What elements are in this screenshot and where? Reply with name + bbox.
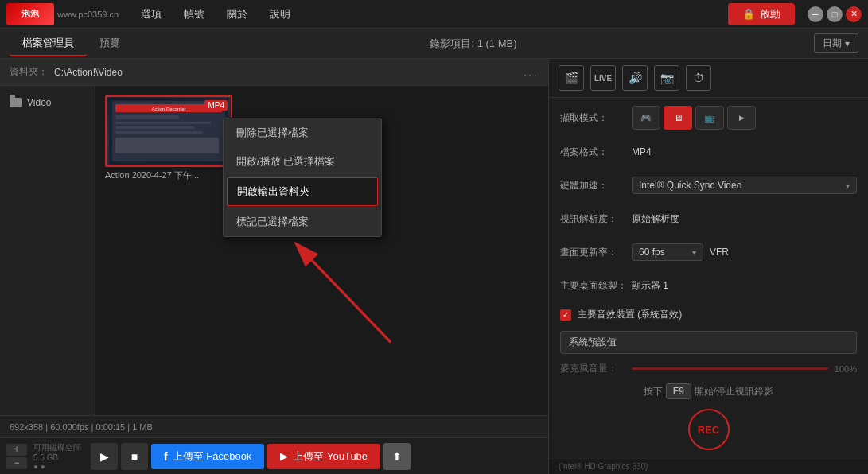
svg-text:Action Recorder: Action Recorder <box>151 107 185 111</box>
lock-label: 啟動 <box>760 7 780 21</box>
hotkey-suffix: 開始/停止視訊錄影 <box>695 385 773 398</box>
setting-row-resolution: 視訊解析度： 原始解析度 <box>560 208 857 230</box>
volume-row: 麥克風音量： 100% <box>560 362 857 375</box>
resolution-value: 原始解析度 <box>632 212 857 226</box>
fps-select[interactable]: 60 fps ▾ <box>632 243 703 261</box>
tab-preview[interactable]: 預覽 <box>87 31 133 56</box>
game-icon: 🎮 <box>640 113 652 123</box>
remove-button[interactable]: − <box>6 457 27 469</box>
upload-icon: ⬆ <box>392 450 402 463</box>
camera-icon: 📷 <box>660 72 674 84</box>
hw-select[interactable]: Intel® Quick Sync Video ▾ <box>632 177 857 194</box>
folder-more-button[interactable]: ... <box>524 65 539 80</box>
screenshot-icon[interactable]: 📷 <box>654 65 679 91</box>
system-preset-value: 系統預設值 <box>569 336 617 348</box>
film-icon: 🎬 <box>565 72 578 84</box>
tab-file-manager[interactable]: 檔案管理員 <box>10 31 87 56</box>
ctx-open-folder[interactable]: 開啟輸出資料夾 <box>227 177 378 206</box>
play-button[interactable]: ▶ <box>91 443 118 470</box>
ctx-open[interactable]: 開啟/播放 已選擇檔案 <box>224 147 381 176</box>
app-logo: 泡泡 <box>6 3 54 25</box>
volume-track[interactable] <box>632 367 828 370</box>
capture-mode-other[interactable]: 📺 <box>695 106 724 130</box>
file-thumbnail[interactable]: Action Recorder MP4 Action 2020-4-27 下午.… <box>105 95 232 181</box>
window-controls: ─ □ ✕ <box>808 6 862 22</box>
menu-options[interactable]: 選項 <box>131 4 171 25</box>
folder-icon <box>10 98 22 107</box>
close-button[interactable]: ✕ <box>846 6 862 22</box>
chevron-down-icon: ▾ <box>845 38 850 49</box>
file-badge: MP4 <box>204 100 228 111</box>
recording-count: 錄影項目: 1 (1 MB) <box>430 37 516 51</box>
menu-frames[interactable]: 幀號 <box>174 4 214 25</box>
logo-area: 泡泡 www.pc0359.cn <box>6 3 119 25</box>
volume-label: 麥克風音量： <box>560 362 632 375</box>
format-label: 檔案格式： <box>560 146 632 159</box>
fps-value: 60 fps <box>639 247 665 258</box>
add-button[interactable]: + <box>6 444 27 456</box>
setting-row-format: 檔案格式： MP4 <box>560 141 857 163</box>
video-icon[interactable]: 🎬 <box>559 65 584 91</box>
svg-rect-4 <box>115 115 179 119</box>
monitor-icon: 📺 <box>704 113 715 123</box>
maximize-button[interactable]: □ <box>827 6 843 22</box>
capture-mode-screen[interactable]: 🖥 <box>664 106 692 130</box>
watermark: www.pc0359.cn <box>57 10 119 19</box>
stop-button[interactable]: ■ <box>121 443 148 470</box>
tree-item-video[interactable]: Video <box>0 92 95 113</box>
fps-label: 畫面更新率： <box>560 246 632 259</box>
disk-size: 5.5 GB <box>33 453 81 462</box>
hotkey-row: 按下 F9 開始/停止視訊錄影 <box>560 383 857 399</box>
upload-youtube-button[interactable]: ▶ 上傳至 YouTube <box>267 444 380 469</box>
context-menu: 刪除已選擇檔案 開啟/播放 已選擇檔案 開啟輸出資料夾 標記已選擇檔案 <box>223 118 382 237</box>
svg-rect-7 <box>115 131 203 134</box>
disk-dots: ● ● <box>33 462 81 471</box>
settings-panel: 擷取模式： 🎮 🖥 📺 ▶ 檔案格式： MP4 <box>549 98 868 458</box>
monitor-value: 顯示器 1 <box>632 279 857 293</box>
date-label: 日期 <box>823 37 842 50</box>
lock-button[interactable]: 🔒 啟動 <box>728 3 795 25</box>
logo-text: 泡泡 <box>21 8 39 20</box>
menu-about[interactable]: 關於 <box>217 4 257 25</box>
capture-mode-more[interactable]: ▶ <box>727 106 756 130</box>
add-buttons: + − <box>6 444 27 469</box>
tree-panel: Video <box>0 86 95 415</box>
folder-path: C:\Action!\Video <box>54 67 524 78</box>
svg-rect-8 <box>115 138 219 153</box>
top-bar-right: 🔒 啟動 ─ □ ✕ <box>728 3 862 25</box>
svg-rect-6 <box>115 126 195 129</box>
date-filter[interactable]: 日期 ▾ <box>814 33 858 53</box>
system-preset-select[interactable]: 系統預設值 <box>560 331 857 354</box>
hw-label: 硬體加速： <box>560 179 632 192</box>
format-value: MP4 <box>632 146 857 157</box>
svg-rect-5 <box>115 122 211 124</box>
upload-facebook-button[interactable]: f 上傳至 Facebook <box>151 444 264 469</box>
vfr-label: VFR <box>710 247 857 258</box>
upload-yt-label: 上傳至 YouTube <box>293 449 368 464</box>
fps-dropdown-icon: ▾ <box>692 248 696 257</box>
ctx-delete[interactable]: 刪除已選擇檔案 <box>224 118 381 147</box>
audio-checkbox[interactable]: ✓ <box>560 309 571 321</box>
left-panel: 資料夾： C:\Action!\Video ... Video <box>0 59 549 474</box>
menu-help[interactable]: 說明 <box>260 4 300 25</box>
hotkey-prefix: 按下 <box>644 385 663 398</box>
thumbnail-image: Action Recorder MP4 <box>105 95 232 167</box>
audio-icon[interactable]: 🔊 <box>622 65 648 91</box>
disk-label: 可用磁碟空間 <box>33 442 81 453</box>
live-icon[interactable]: LIVE <box>590 65 616 91</box>
capture-mode-row: 擷取模式： 🎮 🖥 📺 ▶ <box>560 106 857 130</box>
capture-mode-game[interactable]: 🎮 <box>632 106 660 130</box>
monitor-label: 主要桌面錄製： <box>560 279 632 293</box>
ctx-mark[interactable]: 標記已選擇檔案 <box>224 208 381 236</box>
setting-row-monitor: 主要桌面錄製： 顯示器 1 <box>560 274 857 297</box>
timer-icon[interactable]: ⏱ <box>686 65 711 91</box>
resolution-label: 視訊解析度： <box>560 212 632 226</box>
upload-other-button[interactable]: ⬆ <box>383 443 411 470</box>
facebook-icon: f <box>164 450 168 463</box>
rec-button[interactable]: REC <box>688 409 730 450</box>
minimize-button[interactable]: ─ <box>808 6 823 22</box>
file-grid[interactable]: Action Recorder MP4 Action 2020-4-27 下午.… <box>95 86 548 415</box>
youtube-icon: ▶ <box>280 450 288 462</box>
right-toolbar: 🎬 LIVE 🔊 📷 ⏱ <box>549 59 868 98</box>
clock-icon: ⏱ <box>693 72 704 84</box>
